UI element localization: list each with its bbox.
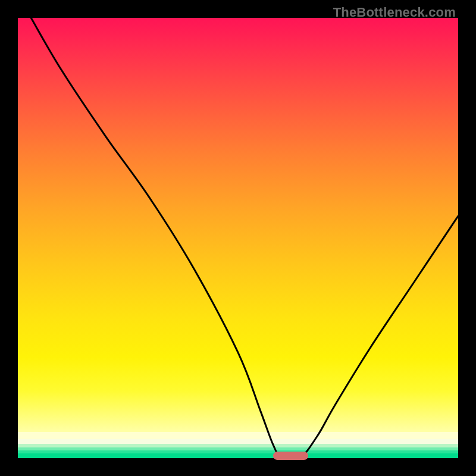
plot-area bbox=[18, 18, 458, 458]
bottleneck-curve bbox=[18, 18, 458, 458]
watermark-label: TheBottleneck.com bbox=[333, 5, 456, 20]
chart-container: TheBottleneck.com bbox=[0, 0, 476, 476]
optimal-range-marker bbox=[273, 452, 308, 460]
